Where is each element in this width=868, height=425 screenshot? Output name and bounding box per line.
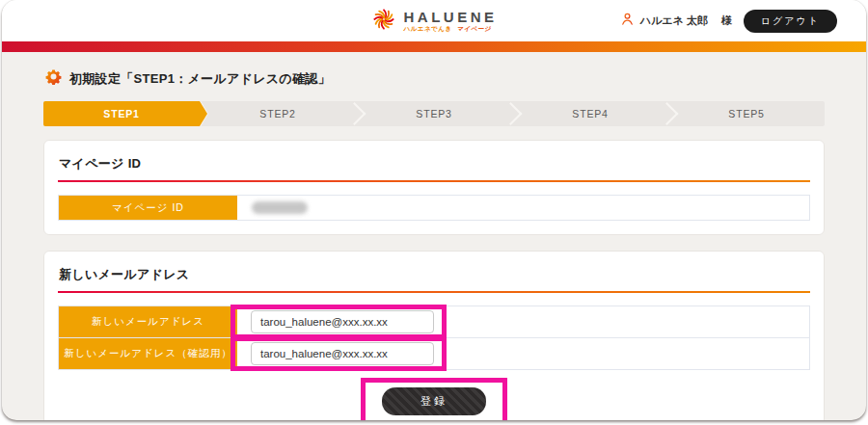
new-email-label: 新しいメールアドレス xyxy=(59,306,237,337)
haluene-logo[interactable]: HALUENE ハルエネでんき マイページ xyxy=(370,6,497,36)
step-indicator: STEP1 STEP2 STEP3 STEP4 STEP5 xyxy=(43,101,825,126)
new-email-row: 新しいメールアドレス xyxy=(58,305,810,338)
logo-subtitle-service: ハルエネでんき xyxy=(403,26,451,33)
user-honorific: 様 xyxy=(721,13,732,28)
user-area: ハルエネ 太郎 様 ログアウト xyxy=(620,0,837,41)
step-3: STEP3 xyxy=(356,101,512,126)
step-4: STEP4 xyxy=(512,101,668,126)
logo-text: HALUENE ハルエネでんき マイページ xyxy=(403,10,497,33)
heading-underline xyxy=(58,291,810,293)
step-2: STEP2 xyxy=(200,101,356,126)
swirl-sunburst-icon xyxy=(370,6,396,36)
brand-name: HALUENE xyxy=(403,10,497,24)
highlight-annotation-box: 登録 xyxy=(361,378,507,420)
confirm-email-row: 新しいメールアドレス（確認用） xyxy=(58,337,810,370)
mypage-id-row: マイページ ID xyxy=(58,195,810,221)
step-5: STEP5 xyxy=(668,101,825,126)
logo-subtitle-mypage: マイページ xyxy=(457,26,492,33)
gear-icon xyxy=(45,68,62,89)
register-button[interactable]: 登録 xyxy=(382,387,486,415)
step-1: STEP1 xyxy=(43,101,200,126)
new-email-card: 新しいメールアドレス 新しいメールアドレス 新しいメールアドレス（確認用） 登録 xyxy=(43,251,825,420)
submit-area: 登録 xyxy=(58,378,810,420)
confirm-email-label: 新しいメールアドレス（確認用） xyxy=(59,338,237,369)
new-email-input[interactable] xyxy=(251,310,434,333)
new-email-heading: 新しいメールアドレス xyxy=(58,261,810,291)
redacted-id-value xyxy=(252,201,308,214)
mypage-window: HALUENE ハルエネでんき マイページ xyxy=(2,0,866,420)
user-name: ハルエネ 太郎 xyxy=(640,13,708,28)
mypage-id-heading: マイページ ID xyxy=(58,150,810,180)
mypage-id-value xyxy=(237,196,308,220)
mypage-id-label: マイページ ID xyxy=(59,196,237,220)
brand-gradient-bar xyxy=(2,41,866,52)
heading-underline xyxy=(58,180,810,182)
main-content: 初期設定「STEP1：メールアドレスの確認」 STEP1 STEP2 STEP3… xyxy=(2,52,866,420)
page-title: 初期設定「STEP1：メールアドレスの確認」 xyxy=(69,70,331,88)
logout-button[interactable]: ログアウト xyxy=(744,10,837,33)
page-title-row: 初期設定「STEP1：メールアドレスの確認」 xyxy=(45,68,825,89)
person-icon xyxy=(620,12,635,30)
confirm-email-input[interactable] xyxy=(251,342,434,365)
mypage-id-card: マイページ ID マイページ ID xyxy=(43,140,825,235)
header: HALUENE ハルエネでんき マイページ xyxy=(2,0,866,41)
